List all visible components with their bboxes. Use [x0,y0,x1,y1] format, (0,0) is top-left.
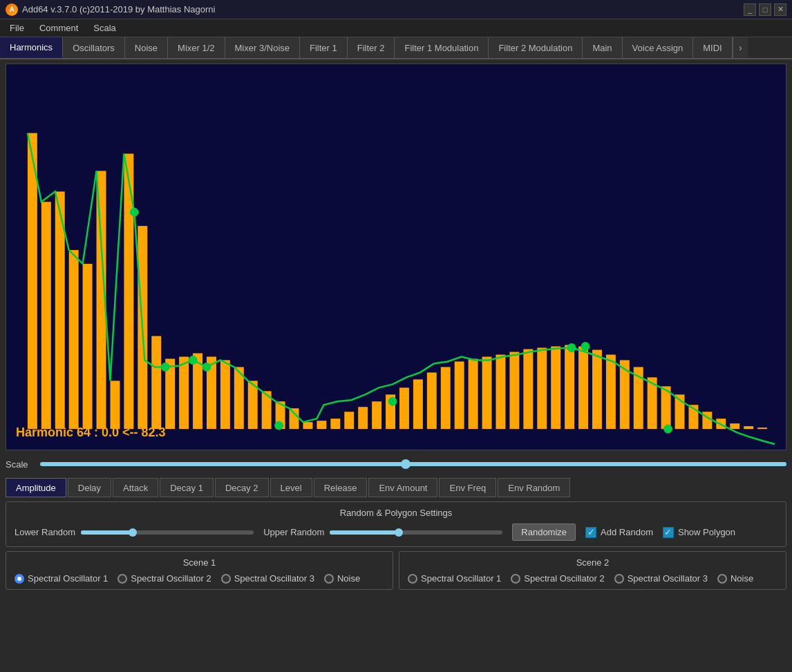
scene2-radios: Spectral Oscillator 1 Spectral Oscillato… [408,573,777,584]
svg-rect-26 [372,401,381,429]
scene1-label-1: Spectral Oscillator 2 [131,573,211,584]
subtab-decay2[interactable]: Decay 2 [215,478,269,497]
menu-comment[interactable]: Comment [32,21,85,35]
svg-point-59 [275,421,283,430]
scene2-radio-1[interactable] [511,574,520,584]
subtab-release[interactable]: Release [314,478,368,497]
svg-rect-23 [330,419,340,429]
tab-filter2[interactable]: Filter 2 [348,37,395,58]
subtab-amplitude[interactable]: Amplitude [6,478,66,497]
svg-rect-20 [290,408,299,429]
scene2-radio-0[interactable] [408,574,417,584]
main-content: Harmonic 64 : 0.0 <-- 82.3 Scale Amplitu… [0,59,792,594]
tab-noise[interactable]: Noise [125,37,168,58]
svg-rect-15 [220,360,230,429]
lower-random-thumb[interactable] [129,528,137,537]
svg-rect-38 [537,348,547,430]
scene1-label-3: Noise [337,573,360,584]
svg-rect-35 [496,354,505,429]
scene1-option-0: Spectral Oscillator 1 [15,573,108,584]
svg-rect-2 [41,202,51,429]
scene2-label-1: Spectral Oscillator 2 [524,573,604,584]
menu-scala[interactable]: Scala [86,21,123,35]
show-polygon-checkbox[interactable]: ✓ [663,527,674,538]
minimize-button[interactable]: _ [744,3,756,16]
upper-random-group: Upper Random [263,527,502,537]
title-text: Add64 v.3.7.0 (c)2011-2019 by Matthias N… [22,4,215,15]
scene1-option-3: Noise [324,573,360,584]
scene1-option-2: Spectral Oscillator 3 [221,573,314,584]
tab-mixer12[interactable]: Mixer 1/2 [168,37,225,58]
upper-random-label: Upper Random [263,527,324,537]
svg-rect-8 [124,154,133,430]
svg-rect-33 [469,358,478,429]
svg-rect-29 [413,379,423,429]
scale-label: Scale [6,459,33,470]
svg-rect-22 [317,421,326,429]
harmonic-chart[interactable]: Harmonic 64 : 0.0 <-- 82.3 [6,64,786,450]
svg-rect-39 [551,347,560,430]
svg-point-55 [130,208,138,216]
svg-rect-53 [744,426,753,429]
tab-filter1[interactable]: Filter 1 [300,37,348,58]
tab-main[interactable]: Main [583,37,622,58]
lower-random-label: Lower Random [15,527,75,537]
tab-harmonics[interactable]: Harmonics [0,37,63,58]
svg-rect-4 [69,250,79,429]
scene1-radio-0[interactable] [15,574,24,584]
tab-oscillators[interactable]: Oscillators [63,37,125,58]
svg-rect-37 [523,349,533,430]
show-polygon-label: Show Polygon [678,527,735,537]
scale-row: Scale [6,454,786,474]
random-section: Random & Polygon Settings Lower Random U… [6,501,786,547]
svg-rect-7 [110,381,120,429]
scene1-radio-2[interactable] [221,574,231,584]
tab-mixer3noise[interactable]: Mixer 3/Noise [225,37,300,58]
subtab-delay[interactable]: Delay [68,478,111,497]
tab-midi[interactable]: MIDI [693,37,732,58]
scene2-option-1: Spectral Oscillator 2 [511,573,604,584]
subtab-envamount[interactable]: Env Amount [368,478,437,497]
scale-slider[interactable] [40,462,786,466]
scene1-radio-1[interactable] [117,574,127,584]
scene1-title: Scene 1 [15,557,384,568]
svg-rect-52 [730,423,739,429]
upper-random-thumb[interactable] [395,528,403,537]
scene1-box: Scene 1 Spectral Oscillator 1 Spectral O… [6,551,393,590]
scene2-radio-3[interactable] [717,574,727,584]
svg-rect-32 [455,361,464,429]
maximize-button[interactable]: □ [759,3,771,16]
scene2-radio-2[interactable] [614,574,624,584]
svg-rect-34 [482,356,492,429]
subtab-envfreq[interactable]: Env Freq [439,478,496,497]
harmonic-label: Harmonic 64 : 0.0 <-- 82.3 [16,425,166,440]
upper-random-slider[interactable] [330,530,502,535]
random-controls: Lower Random Upper Random Randomize ✓ Ad… [15,524,777,541]
subtab-attack[interactable]: Attack [113,478,158,497]
svg-point-58 [202,363,211,371]
svg-rect-12 [179,356,189,429]
scene2-label-0: Spectral Oscillator 1 [421,573,501,584]
tab-filter2mod[interactable]: Filter 2 Modulation [489,37,583,58]
randomize-button[interactable]: Randomize [512,524,576,541]
titlebar-controls: _ □ ✕ [744,3,786,16]
menu-file[interactable]: File [3,21,31,35]
svg-rect-17 [248,381,258,429]
tab-voiceassign[interactable]: Voice Assign [623,37,694,58]
subtab-level[interactable]: Level [270,478,312,497]
svg-rect-28 [399,387,409,429]
subtab-envrandom[interactable]: Env Random [498,478,570,497]
add-random-checkbox[interactable]: ✓ [585,527,596,538]
subtab-decay1[interactable]: Decay 1 [160,478,214,497]
scene1-radio-3[interactable] [324,574,334,584]
show-polygon-group: ✓ Show Polygon [663,527,735,538]
tab-filter1mod[interactable]: Filter 1 Modulation [395,37,489,58]
chart-svg [6,64,786,450]
scale-thumb[interactable] [401,459,411,469]
scenes-row: Scene 1 Spectral Oscillator 1 Spectral O… [6,551,786,590]
tab-scroll-right[interactable]: › [733,37,748,58]
lower-random-slider[interactable] [81,530,254,535]
svg-rect-21 [303,422,312,429]
svg-rect-25 [358,407,368,429]
close-button[interactable]: ✕ [774,3,786,16]
